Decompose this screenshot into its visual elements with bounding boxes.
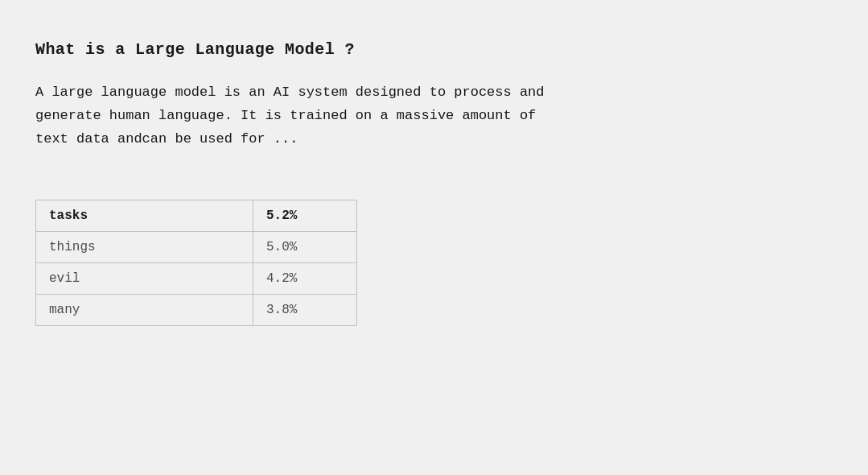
description-line1: A large language model is an AI system d… xyxy=(35,85,545,100)
table-cell-label: many xyxy=(36,294,253,325)
table-row: evil4.2% xyxy=(36,262,357,294)
description-line3: text data andcan be used for ... xyxy=(35,131,298,147)
table-row: many3.8% xyxy=(36,294,357,325)
description-line2: generate human language. It is trained o… xyxy=(35,108,536,123)
table-cell-label: tasks xyxy=(36,200,253,231)
frequency-table: tasks5.2%things5.0%evil4.2%many3.8% xyxy=(35,200,357,326)
table-cell-value: 5.0% xyxy=(253,231,357,262)
table-cell-value: 4.2% xyxy=(253,262,357,294)
table-cell-label: evil xyxy=(36,262,253,294)
page-heading: What is a Large Language Model ? xyxy=(35,40,833,59)
description-block: A large language model is an AI system d… xyxy=(35,81,735,151)
table-cell-value: 3.8% xyxy=(253,294,357,325)
table-row: tasks5.2% xyxy=(36,200,357,231)
data-table-container: tasks5.2%things5.0%evil4.2%many3.8% xyxy=(35,200,833,326)
table-cell-value: 5.2% xyxy=(253,200,357,231)
table-cell-label: things xyxy=(36,231,253,262)
table-row: things5.0% xyxy=(36,231,357,262)
